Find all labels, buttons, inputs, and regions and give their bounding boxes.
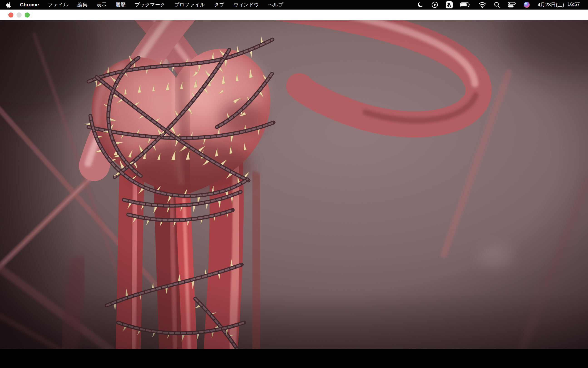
menu-tab[interactable]: タブ <box>214 1 224 8</box>
film-grain <box>0 20 588 349</box>
menubar-date: 4月23日(土) <box>538 1 564 8</box>
menu-bookmarks[interactable]: ブックマーク <box>135 1 165 8</box>
menu-help[interactable]: ヘルプ <box>268 1 283 8</box>
now-playing-icon[interactable] <box>431 1 438 8</box>
focus-moon-icon[interactable] <box>417 1 424 8</box>
control-center-icon[interactable] <box>508 2 516 8</box>
wifi-icon[interactable] <box>478 2 486 8</box>
battery-icon[interactable] <box>460 2 471 8</box>
menu-file[interactable]: ファイル <box>48 1 68 8</box>
spotlight-icon[interactable] <box>494 2 500 8</box>
apple-icon <box>6 2 11 8</box>
menu-bar: Chrome ファイル 編集 表示 履歴 ブックマーク プロファイル タブ ウィ… <box>0 0 588 9</box>
bottom-letterbox <box>0 349 588 368</box>
heart-illustration <box>0 20 588 349</box>
menu-edit[interactable]: 編集 <box>77 1 88 8</box>
menubar-clock[interactable]: 4月23日(土) 16:57 <box>538 1 580 8</box>
menu-window[interactable]: ウィンドウ <box>233 1 259 8</box>
close-button[interactable] <box>9 12 13 18</box>
menu-app-chrome[interactable]: Chrome <box>20 2 39 8</box>
apple-menu[interactable] <box>6 2 11 8</box>
window-titlebar[interactable] <box>0 9 588 20</box>
menu-history[interactable]: 履歴 <box>115 1 125 8</box>
siri-icon[interactable] <box>523 1 530 8</box>
menu-profiles[interactable]: プロファイル <box>174 1 205 8</box>
fullscreen-button[interactable] <box>25 12 30 18</box>
menu-view[interactable]: 表示 <box>97 1 106 8</box>
menubar-time: 16:57 <box>567 1 580 8</box>
minimize-button[interactable] <box>17 12 22 18</box>
ime-japanese-icon[interactable]: あ <box>446 1 453 9</box>
video-frame[interactable] <box>0 20 588 349</box>
traffic-lights <box>9 12 30 18</box>
